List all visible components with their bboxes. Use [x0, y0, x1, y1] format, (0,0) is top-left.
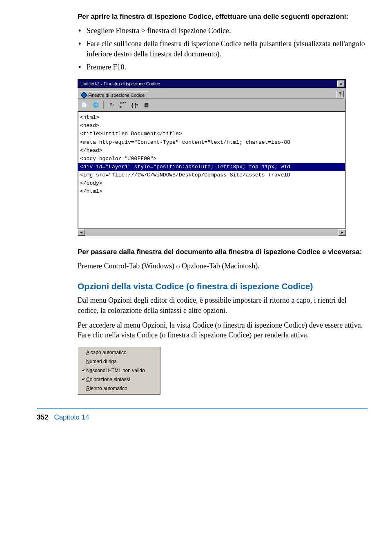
code-line: </body>	[78, 179, 345, 187]
close-icon[interactable]: ×	[337, 80, 345, 87]
code-line: </head>	[78, 147, 345, 155]
code-line: <html>	[78, 114, 345, 122]
code-line: <body bgcolor="#00FF00">	[78, 155, 345, 163]
scroll-left-icon[interactable]: ◄	[78, 229, 85, 236]
code-editor[interactable]: <html> <head> <title>Untitled Document</…	[78, 111, 346, 229]
code-line: <head>	[78, 122, 345, 130]
horizontal-scrollbar[interactable]: ◄ ►	[78, 229, 346, 236]
check-icon: ✔	[80, 377, 86, 382]
options-menu: A capo automatico Numeri di riga ✔ Nasco…	[78, 347, 160, 395]
bullet-item: Premere F10.	[78, 62, 368, 72]
menu-label: Numeri di riga	[86, 359, 117, 364]
window-title: Untitled-2 - Finestra di ispezione Codic…	[80, 81, 160, 86]
menu-item-word-wrap[interactable]: A capo automatico	[79, 348, 159, 357]
para4: Per accedere al menu Opzioni, la vista C…	[78, 320, 368, 340]
tab-code-inspector[interactable]: Finestra di ispezione Codice	[80, 91, 148, 98]
window-tabbar: Finestra di ispezione Codice ?	[78, 88, 346, 99]
code-line: <title>Untitled Document</title>	[78, 130, 345, 138]
bullet-list: Scegliere Finestra > finestra di ispezio…	[78, 26, 368, 72]
braces-icon[interactable]: { }▾	[131, 101, 138, 109]
menu-item-hide-invalid-html[interactable]: ✔ Nascondi HTML non valido	[79, 366, 159, 375]
code-line: <meta http-equiv="Content-Type" content=…	[78, 138, 345, 147]
bullet-item: Scegliere Finestra > finestra di ispezio…	[78, 26, 368, 36]
intro-heading: Per aprire la finestra di ispezione Codi…	[78, 12, 368, 22]
menu-item-auto-indent[interactable]: Rientro automatico	[79, 384, 159, 393]
code-line-selected: <div id="Layer1" style="position:absolut…	[78, 163, 345, 171]
menu-item-syntax-coloring[interactable]: ✔ Colorazione sintassi	[79, 375, 159, 384]
code-line: </html>	[78, 187, 345, 196]
file-icon[interactable]: 📄	[80, 101, 88, 109]
page-footer: 352 Capitolo 14	[37, 413, 368, 430]
page-number: 352	[37, 413, 48, 422]
refresh-icon[interactable]: ↻	[108, 101, 116, 109]
window-titlebar: Untitled-2 - Finestra di ispezione Codic…	[78, 79, 346, 88]
para2-body: Premere Control-Tab (Windows) o Opzione-…	[78, 261, 368, 271]
footer-rule	[37, 408, 368, 409]
bullet-item: Fare clic sull'icona della finestra di i…	[78, 39, 368, 59]
menu-item-line-numbers[interactable]: Numeri di riga	[79, 357, 159, 366]
globe-icon[interactable]: 🌐	[92, 101, 99, 109]
menu-label: Nascondi HTML non valido	[86, 368, 145, 373]
code-inspector-window: Untitled-2 - Finestra di ispezione Codic…	[78, 79, 346, 236]
menu-label: Rientro automatico	[86, 386, 127, 391]
chapter-label: Capitolo 14	[54, 413, 89, 422]
options-icon[interactable]: ▤	[143, 101, 150, 109]
para2-heading: Per passare dalla finestra del documento…	[78, 248, 368, 257]
php-icon[interactable]: <??>	[120, 101, 127, 109]
para3: Dal menu Opzioni degli editor di codice,…	[78, 295, 368, 315]
window-toolbar: 📄 🌐 ↻ <??> { }▾ ▤	[78, 99, 346, 111]
check-icon: ✔	[80, 368, 86, 373]
toolbar-separator	[103, 101, 104, 109]
menu-label: Colorazione sintassi	[86, 377, 130, 382]
code-line: <img src="file:///C%7C/WINDOWS/Desktop/C…	[78, 171, 345, 179]
tab-icon	[81, 92, 88, 99]
tab-label: Finestra di ispezione Codice	[88, 93, 145, 98]
section-heading: Opzioni della vista Codice (o finestra d…	[78, 281, 368, 291]
scroll-right-icon[interactable]: ►	[339, 229, 346, 236]
help-icon[interactable]: ?	[336, 91, 344, 97]
menu-label: A capo automatico	[86, 350, 127, 355]
